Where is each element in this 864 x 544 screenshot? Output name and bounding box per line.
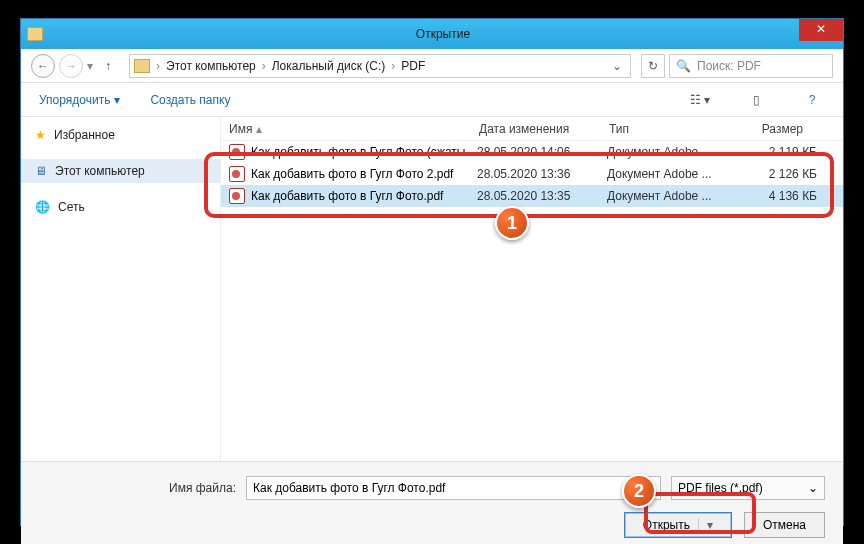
address-dropdown-icon[interactable]: ⌄ [608,59,626,73]
pdf-icon [229,144,245,160]
column-type[interactable]: Тип [601,122,731,136]
up-button[interactable]: ↑ [97,55,119,77]
file-name: Как добавить фото в Гугл Фото (сжаты... [251,145,477,159]
file-size: 2 126 КБ [737,167,817,181]
file-row[interactable]: Как добавить фото в Гугл Фото (сжаты... … [221,141,843,163]
sidebar-item-favorites[interactable]: ★Избранное [21,123,220,147]
file-type: Документ Adobe ... [607,145,737,159]
folder-icon [134,59,150,73]
chevron-right-icon: › [391,59,395,73]
search-placeholder: Поиск: PDF [697,59,761,73]
pdf-icon [229,188,245,204]
column-headers: Имя ▴ Дата изменения Тип Размер [221,117,843,141]
breadcrumb[interactable]: Локальный диск (C:) [272,59,386,73]
sidebar-item-network[interactable]: 🌐Сеть [21,195,220,219]
file-name: Как добавить фото в Гугл Фото.pdf [251,189,477,203]
column-date[interactable]: Дата изменения [471,122,601,136]
file-date: 28.05.2020 13:36 [477,167,607,181]
refresh-button[interactable]: ↻ [641,54,665,78]
chevron-right-icon: › [262,59,266,73]
file-size: 2 119 КБ [737,145,817,159]
back-button[interactable]: ← [31,54,55,78]
titlebar[interactable]: Открытие ✕ [21,19,843,49]
annotation-badge-2: 2 [622,474,656,508]
pdf-icon [229,166,245,182]
file-row[interactable]: Как добавить фото в Гугл Фото 2.pdf 28.0… [221,163,843,185]
search-icon: 🔍 [676,59,691,73]
file-row[interactable]: Как добавить фото в Гугл Фото.pdf 28.05.… [221,185,843,207]
file-type: Документ Adobe ... [607,167,737,181]
filename-label: Имя файла: [169,481,236,495]
sort-asc-icon: ▴ [256,122,262,136]
column-size[interactable]: Размер [731,122,811,136]
file-name: Как добавить фото в Гугл Фото 2.pdf [251,167,477,181]
close-button[interactable]: ✕ [799,19,843,41]
filename-input[interactable] [246,476,661,500]
file-date: 28.05.2020 14:06 [477,145,607,159]
recent-dropdown-icon[interactable]: ▾ [87,59,93,73]
sidebar-item-computer[interactable]: 🖥Этот компьютер [21,159,220,183]
column-name[interactable]: Имя ▴ [221,122,471,136]
new-folder-button[interactable]: Создать папку [150,93,230,107]
nav-sidebar: ★Избранное 🖥Этот компьютер 🌐Сеть [21,117,221,461]
preview-pane-button[interactable]: ▯ [743,89,769,111]
network-icon: 🌐 [35,200,50,214]
dialog-footer: Имя файла: PDF files (*.pdf) ⌄ Открыть ▾… [21,461,843,544]
forward-button[interactable]: → [59,54,83,78]
window-title: Открытие [49,27,837,41]
cancel-button[interactable]: Отмена [744,512,825,538]
chevron-down-icon: ⌄ [808,481,818,495]
view-options-button[interactable]: ☷ ▾ [687,89,713,111]
chevron-right-icon: › [156,59,160,73]
star-icon: ★ [35,128,46,142]
folder-icon [27,27,43,41]
file-list: Имя ▴ Дата изменения Тип Размер Как доба… [221,117,843,461]
file-size: 4 136 КБ [737,189,817,203]
help-button[interactable]: ? [799,89,825,111]
computer-icon: 🖥 [35,164,47,178]
annotation-badge-1: 1 [495,206,529,240]
nav-bar: ← → ▾ ↑ › Этот компьютер › Локальный дис… [21,49,843,83]
open-button[interactable]: Открыть ▾ [624,512,732,538]
toolbar: Упорядочить▾ Создать папку ☷ ▾ ▯ ? [21,83,843,117]
address-bar[interactable]: › Этот компьютер › Локальный диск (C:) ›… [129,54,631,78]
breadcrumb[interactable]: PDF [401,59,425,73]
file-type: Документ Adobe ... [607,189,737,203]
open-file-dialog: Открытие ✕ ← → ▾ ↑ › Этот компьютер › Ло… [20,18,844,526]
breadcrumb[interactable]: Этот компьютер [166,59,256,73]
search-input[interactable]: 🔍 Поиск: PDF [669,54,833,78]
file-date: 28.05.2020 13:35 [477,189,607,203]
split-dropdown-icon[interactable]: ▾ [698,518,713,532]
filetype-filter[interactable]: PDF files (*.pdf) ⌄ [671,476,825,500]
organize-menu[interactable]: Упорядочить▾ [39,93,120,107]
